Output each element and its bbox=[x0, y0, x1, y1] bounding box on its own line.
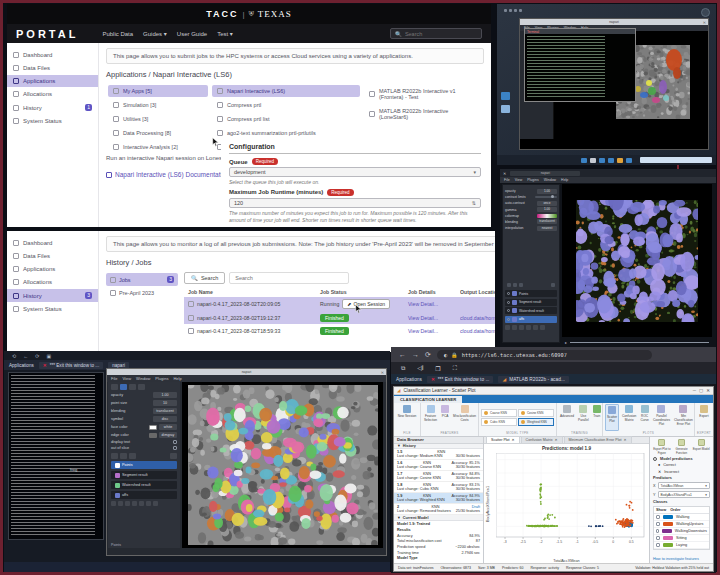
class-row[interactable]: Walking bbox=[654, 514, 709, 521]
display-icon[interactable] bbox=[501, 105, 510, 113]
costs-button[interactable]: Misclassification Costs bbox=[452, 404, 477, 431]
back-icon[interactable]: ← bbox=[23, 353, 28, 359]
taskbar-icon[interactable] bbox=[581, 158, 587, 163]
opacity-value[interactable]: 1.00 bbox=[153, 392, 177, 398]
image-canvas[interactable] bbox=[182, 382, 383, 548]
contrast-slider[interactable] bbox=[535, 196, 557, 198]
blending-value[interactable]: translucent bbox=[153, 408, 177, 414]
sidebar-item-system-status[interactable]: System Status bbox=[7, 115, 98, 127]
collapse-icon[interactable]: ▼ bbox=[397, 516, 401, 520]
layer-item[interactable]: affs bbox=[505, 316, 557, 323]
point-size-value[interactable]: 10 bbox=[153, 400, 177, 406]
advanced-button[interactable]: Advanced bbox=[559, 404, 575, 431]
files-icon[interactable] bbox=[501, 92, 510, 100]
window-tab[interactable]: napari bbox=[510, 171, 580, 176]
taskbar-icon[interactable] bbox=[599, 158, 605, 163]
taskbar-icon[interactable] bbox=[617, 158, 623, 163]
output-location-link[interactable]: cloud.data/home/prtlutils/tapis-jobs-arc… bbox=[460, 315, 495, 321]
app-compress-prtl-list[interactable]: Compress prtl list bbox=[212, 113, 360, 125]
class-checkbox[interactable] bbox=[656, 515, 660, 519]
maximize-icon[interactable]: ▢ bbox=[699, 388, 703, 393]
menu-file[interactable]: File bbox=[504, 178, 510, 182]
parallel-coordinates-button[interactable]: Parallel Coordinates Plot bbox=[652, 404, 671, 431]
app-matlab-lonestar[interactable]: MATLAB R2022b Interactive (LoneStar6) bbox=[364, 105, 480, 123]
back-icon[interactable]: ← bbox=[399, 351, 406, 358]
app-matlab-frontera[interactable]: MATLAB R2022b Interactive v1 (Frontera) … bbox=[364, 85, 480, 103]
table-row[interactable]: napari-0.4.17_2023-08-02T19:12:37 Finish… bbox=[184, 311, 495, 324]
gallery-coarse-knn[interactable]: Coarse KNN bbox=[481, 409, 517, 417]
nav-test[interactable]: Test ▾ bbox=[217, 30, 233, 37]
taskbar-tab-exit[interactable]: ✕*** Exit this window to ... bbox=[427, 376, 494, 383]
category-utilities[interactable]: Utilities [3] bbox=[108, 113, 208, 125]
close-icon[interactable]: ✕ bbox=[381, 370, 384, 375]
train-button[interactable]: Train bbox=[592, 404, 602, 431]
close-icon[interactable]: ✕ bbox=[706, 388, 710, 393]
applications-menu[interactable]: Applications bbox=[9, 363, 34, 368]
class-row[interactable]: Sitting bbox=[654, 535, 709, 542]
model-row-selected[interactable]: 1.9KNNAccuracy: 84.9% Last change: Weigh… bbox=[394, 493, 483, 504]
documentation-link[interactable]: Napari Interactive (LS6) Documentation bbox=[106, 171, 229, 178]
nav-user-guide[interactable]: User Guide bbox=[177, 31, 207, 37]
queue-select[interactable]: development▾ bbox=[229, 167, 481, 177]
taskbar-tab-exit[interactable]: ✕*** Exit this window to ... bbox=[39, 362, 103, 369]
address-bar[interactable]: ◐ 🔒 https://ls6.tacc.utexas.edu:60907 bbox=[437, 350, 652, 360]
tab-classification-learner[interactable]: CLASSIFICATION LEARNER bbox=[394, 396, 462, 403]
subnav-jobs[interactable]: Jobs3 bbox=[106, 273, 178, 286]
layer-item[interactable]: Watershed result bbox=[111, 481, 177, 489]
fullscreen-icon[interactable]: ⛶ bbox=[453, 365, 457, 372]
applications-menu[interactable]: Applications bbox=[396, 377, 422, 382]
symbol-value[interactable]: disc bbox=[153, 416, 177, 422]
forward-icon[interactable]: → bbox=[412, 351, 419, 358]
viewer-buttons[interactable] bbox=[111, 501, 177, 506]
layer-item[interactable]: Segment result bbox=[505, 299, 557, 306]
jobs-search-input[interactable] bbox=[229, 272, 349, 284]
model-row[interactable]: 1.5KNN Last change: Medium KNN30/30 feat… bbox=[394, 449, 483, 460]
pca-button[interactable]: PCA bbox=[440, 404, 450, 431]
app-ago2-summarization[interactable]: ago2-text summarization prtl-prtlutils bbox=[212, 127, 360, 139]
class-checkbox[interactable] bbox=[656, 522, 660, 526]
face-color-swatch[interactable] bbox=[149, 425, 157, 430]
scatter-plot-button[interactable]: Scatter Plot bbox=[605, 404, 619, 431]
gallery-cubic-knn[interactable]: Cubic KNN bbox=[481, 418, 517, 426]
generate-function-button[interactable]: Generate Function bbox=[673, 439, 691, 455]
investigate-features-link[interactable]: How to investigate features bbox=[653, 557, 710, 561]
export-button[interactable]: Export bbox=[697, 404, 711, 431]
menu-file[interactable]: File bbox=[111, 376, 117, 381]
close-icon[interactable]: ✕ bbox=[555, 438, 558, 442]
terminal-window[interactable]: Terminal bbox=[524, 28, 636, 102]
model-row[interactable]: 1.8KNNAccuracy: 83.1% Last change: Cubic… bbox=[394, 482, 483, 493]
close-icon[interactable]: ✕ bbox=[703, 20, 706, 25]
layer-item[interactable]: Points bbox=[505, 290, 557, 297]
model-predictions-radio[interactable] bbox=[653, 457, 657, 461]
sidebar-item-dashboard[interactable]: Dashboard bbox=[7, 237, 98, 249]
menu-help[interactable]: Help bbox=[561, 178, 568, 182]
class-row[interactable]: Laying bbox=[654, 542, 709, 549]
menu-plugins[interactable]: Plugins bbox=[155, 376, 168, 381]
dimension-slider[interactable]: ▸ bbox=[562, 339, 712, 345]
layer-item[interactable]: Points bbox=[111, 461, 177, 469]
table-row[interactable]: napari-0.4.17_2023-08-02T18:59:33 Finish… bbox=[184, 324, 495, 337]
gallery-cosine-knn[interactable]: Cosine KNN bbox=[518, 409, 554, 417]
taskbar-icon[interactable] bbox=[626, 158, 632, 163]
export-model-button[interactable]: Export Model bbox=[692, 439, 710, 455]
close-icon[interactable]: ✕ bbox=[503, 171, 506, 176]
opacity-value[interactable]: 1.00 bbox=[537, 189, 557, 194]
menu-window[interactable]: Window bbox=[136, 376, 150, 381]
menu-plugins[interactable]: Plugins bbox=[527, 178, 538, 182]
new-session-button[interactable]: New Session bbox=[396, 404, 418, 431]
eye-icon[interactable] bbox=[507, 309, 510, 312]
search-input[interactable] bbox=[405, 31, 475, 37]
class-checkbox[interactable] bbox=[656, 536, 660, 540]
undo-icon[interactable]: ⟲ bbox=[12, 353, 16, 359]
tool-buttons[interactable] bbox=[111, 384, 177, 390]
sidebar-item-history[interactable]: History3 bbox=[7, 289, 98, 302]
scatter-plot-area[interactable]: Predictions: model 1.9 BodyAccXStandPca1… bbox=[484, 444, 649, 563]
taskbar-icon[interactable] bbox=[590, 158, 596, 163]
table-row[interactable]: napari-0.4.17_2023-08-02T20:09:05 Runnin… bbox=[184, 297, 495, 311]
class-row[interactable]: WalkingDownstairs bbox=[654, 528, 709, 535]
taskbar-tab-matlab[interactable]: ◢MATLAB R2022b - acad... bbox=[498, 376, 568, 383]
sidebar-item-data-files[interactable]: Data Files bbox=[7, 62, 98, 74]
model-row[interactable]: 1.6KNNAccuracy: 85.1% Last change: Coars… bbox=[394, 460, 483, 471]
layer-item[interactable]: affs bbox=[111, 491, 177, 499]
category-data-processing[interactable]: Data Processing [8] bbox=[108, 127, 208, 139]
